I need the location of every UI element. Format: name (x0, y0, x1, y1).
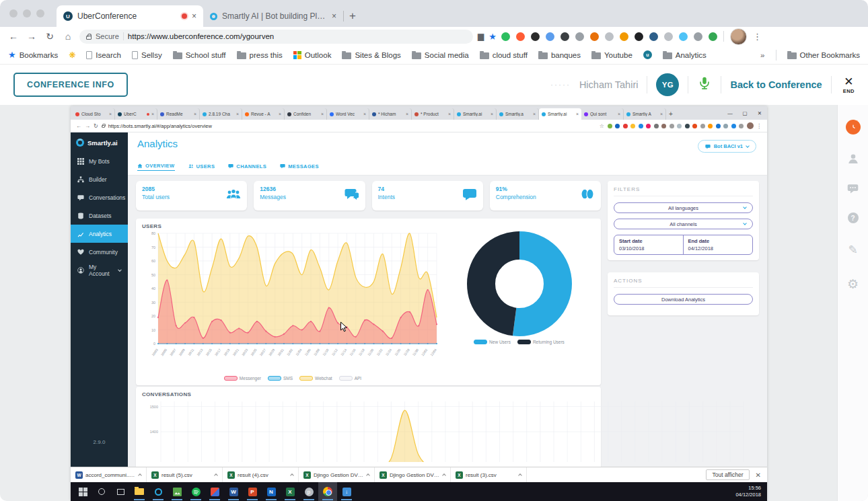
taskbar-file-explorer-icon[interactable] (130, 482, 149, 501)
cloud-extension-icon[interactable] (679, 32, 688, 41)
taskbar-downloads-icon[interactable]: ↓ (337, 482, 356, 501)
download-item-3[interactable]: XDjingo Gestion DVI....csv (299, 467, 375, 482)
arc-extension-icon[interactable] (590, 32, 599, 41)
screen-share-camera-icon[interactable]: ▆ (478, 32, 484, 41)
close-tab-icon[interactable]: × (618, 112, 620, 116)
bookmark-flower[interactable]: ❋ (69, 50, 75, 60)
inner-tab-revue-a[interactable]: Revue - A× (242, 108, 285, 120)
inner-tab-cloud-sto[interactable]: Cloud Sto× (73, 108, 115, 120)
address-bar[interactable]: Secure https://www.uberconference.com/yg… (79, 30, 473, 44)
inner-extension-icon[interactable] (677, 124, 682, 128)
reload-button[interactable]: ↻ (43, 31, 57, 42)
download-analytics-button[interactable]: Download Analytics (614, 294, 753, 305)
minimize-window-button[interactable] (23, 9, 31, 17)
legend-sms[interactable]: SMS (268, 376, 293, 381)
sidebar-item-community[interactable]: Community (71, 243, 128, 261)
inner-tab-smartly-ai[interactable]: Smartly.ai× (454, 108, 497, 120)
settings-icon[interactable]: ⚙ (845, 276, 861, 292)
user-avatar[interactable]: YG (656, 73, 679, 96)
show-all-downloads-button[interactable]: Tout afficher (706, 469, 749, 480)
bookmark-school-stuff[interactable]: School stuff (173, 51, 226, 59)
inner-extension-icon[interactable] (716, 124, 721, 128)
download-item-2[interactable]: Xresult (4).csv (223, 467, 299, 482)
chevron-up-icon[interactable] (366, 473, 370, 477)
inner-extension-icon[interactable] (670, 124, 674, 128)
recent-activity-icon[interactable] (846, 120, 861, 134)
chevron-up-icon[interactable] (290, 473, 294, 477)
channel-select[interactable]: All channels (614, 219, 753, 229)
inner-minimize-button[interactable]: — (723, 110, 737, 116)
taskbar-mail-icon[interactable] (205, 482, 224, 501)
inner-tab-qui-sont[interactable]: Qui sont× (581, 108, 624, 120)
inner-extension-icon[interactable] (692, 124, 697, 128)
inner-tab-product[interactable]: * Product× (412, 108, 454, 120)
tab-channels[interactable]: CHANNELS (228, 163, 266, 171)
taskbar-powerpoint-icon[interactable]: P (243, 482, 262, 501)
u-extension-icon[interactable] (694, 32, 702, 41)
inner-extension-icon[interactable] (654, 124, 659, 128)
new-tab-button[interactable]: + (349, 9, 356, 23)
inner-menu-icon[interactable]: ⋮ (756, 123, 762, 129)
close-tab-icon[interactable]: × (448, 112, 451, 116)
inner-extension-icon[interactable] (615, 124, 620, 128)
inner-extension-icon[interactable] (708, 124, 713, 128)
bookmarks-overflow-chevron[interactable]: » (760, 51, 764, 59)
inner-bookmark-star-icon[interactable]: ☆ (600, 123, 604, 129)
close-tab-icon[interactable]: × (332, 11, 336, 21)
evernote-extension-icon[interactable] (501, 32, 510, 41)
chevron-up-icon[interactable] (138, 473, 142, 477)
inner-extension-icon[interactable] (723, 124, 728, 128)
taskbar-word-icon[interactable]: W (224, 482, 243, 501)
tab-messages[interactable]: MESSAGES (280, 163, 319, 171)
close-tab-icon[interactable]: × (279, 112, 281, 116)
bookmark-sellsy[interactable]: Sellsy (132, 51, 162, 59)
inner-forward-button[interactable]: → (85, 123, 90, 129)
chevron-up-icon[interactable] (518, 473, 522, 477)
draw-icon[interactable]: ✎ (845, 241, 861, 258)
close-tab-icon[interactable]: × (491, 112, 493, 116)
download-item-5[interactable]: Xresult (3).csv (451, 467, 527, 482)
inner-reload-button[interactable]: ↻ (94, 123, 98, 129)
smartly-logo[interactable]: Smartly.ai (71, 132, 128, 152)
bookmark-youtube[interactable]: Youtube (591, 51, 632, 59)
inner-tab-uberc[interactable]: UberC× (115, 108, 157, 120)
inner-tab-hicham[interactable]: * Hicham× (369, 108, 412, 120)
chat-icon[interactable] (847, 183, 859, 194)
taskbar-onenote-icon[interactable]: N (262, 482, 281, 501)
close-downloads-bar-icon[interactable]: ✕ (756, 471, 761, 479)
inner-url-text[interactable]: https://bots.smartly.ai/#/app/analytics/… (108, 123, 212, 129)
bot-selector[interactable]: Bot BACI v1 (698, 140, 756, 153)
inner-extension-icon[interactable] (739, 124, 744, 128)
inner-extension-icon[interactable] (623, 124, 628, 128)
maximize-window-button[interactable] (36, 9, 44, 17)
bookmark-outlook[interactable]: Outlook (293, 51, 332, 59)
close-tab-icon[interactable]: × (192, 11, 196, 21)
inner-tab-smartly-a[interactable]: Smartly.a× (497, 108, 539, 120)
bookmark-star-icon[interactable]: ★ (489, 32, 497, 42)
legend-webchat[interactable]: Webchat (299, 376, 332, 381)
close-tab-icon[interactable]: × (363, 112, 366, 116)
close-tab-icon[interactable]: × (576, 112, 579, 116)
taskbar-chrome-icon[interactable] (318, 482, 337, 501)
download-extension-icon[interactable] (709, 32, 717, 41)
browser-tab-smartly[interactable]: Smartly AI | Bot building Platfo × (203, 5, 343, 27)
close-tab-icon[interactable]: × (406, 112, 408, 116)
sidebar-item-my-bots[interactable]: My Bots (71, 152, 128, 170)
palette-extension-icon[interactable] (620, 32, 628, 41)
bookmark-cloud-stuff[interactable]: cloud stuff (480, 51, 528, 59)
b-ring-extension-icon[interactable] (516, 32, 525, 41)
taskbar-search-icon[interactable] (92, 482, 111, 501)
music-extension-icon[interactable] (546, 32, 554, 41)
inner-tab-readme[interactable]: ReadMe× (157, 108, 200, 120)
bookmark-analytics[interactable]: Analytics (663, 51, 707, 59)
inner-tab-smartly-ai[interactable]: Smartly.ai× (539, 108, 581, 120)
chevron-up-icon[interactable] (442, 473, 446, 477)
legend-returning-users[interactable]: Returning Users (517, 340, 565, 344)
close-tab-icon[interactable]: × (194, 112, 196, 116)
sidebar-item-analytics[interactable]: Analytics (71, 225, 128, 243)
end-call-button[interactable]: ✕ END (843, 76, 855, 94)
close-tab-icon[interactable]: × (660, 112, 663, 116)
inner-new-tab-button[interactable]: + (669, 110, 673, 118)
taskbar-spotify-icon[interactable] (186, 482, 205, 501)
bookmark-uber-u[interactable]: u (643, 50, 652, 59)
